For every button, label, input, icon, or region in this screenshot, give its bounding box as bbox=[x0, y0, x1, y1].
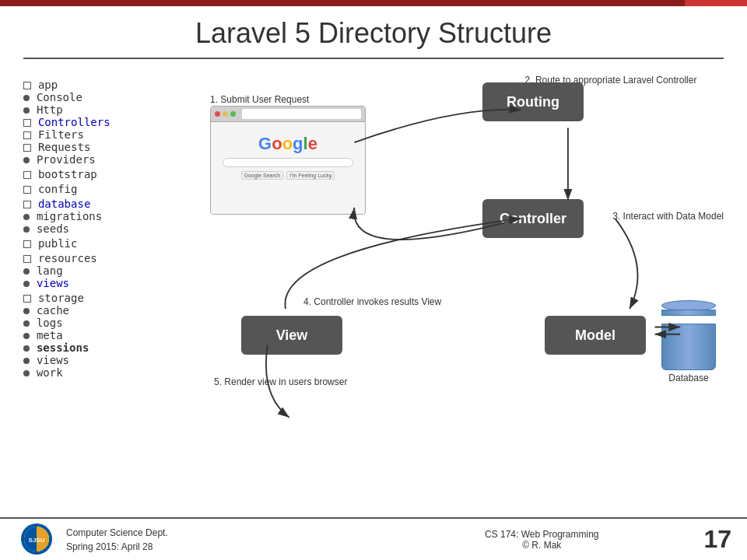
item-label: storage bbox=[38, 292, 84, 304]
footer-author: © R. Mak bbox=[384, 540, 701, 551]
folder-icon bbox=[23, 240, 31, 248]
directory-list: app Console Http Controllers bbox=[23, 75, 195, 464]
item-label: Controllers bbox=[38, 116, 110, 128]
list-item: work bbox=[23, 366, 195, 379]
file-icon bbox=[23, 268, 30, 275]
folder-icon bbox=[23, 171, 31, 179]
routing-label: Routing bbox=[507, 94, 559, 110]
folder-icon bbox=[23, 82, 31, 89]
item-label: Console bbox=[37, 91, 82, 103]
folder-icon bbox=[23, 201, 31, 208]
folder-icon bbox=[23, 255, 31, 263]
browser-min-dot bbox=[223, 111, 228, 117]
controller-label: Controller bbox=[500, 211, 566, 227]
item-label: config bbox=[38, 183, 78, 195]
browser-max-dot bbox=[230, 111, 236, 117]
browser-search-bar bbox=[223, 158, 353, 167]
diagram-area: Google Google Search I'm Feeling Lucky 1… bbox=[202, 75, 724, 464]
item-label: migrations bbox=[37, 210, 102, 222]
controller-box: Controller bbox=[482, 199, 584, 238]
footer-center: CS 174: Web Programming © R. Mak bbox=[384, 529, 701, 551]
top-accent-right bbox=[685, 0, 747, 6]
file-icon bbox=[23, 333, 30, 339]
footer-date: Spring 2015: April 28 bbox=[66, 540, 384, 554]
browser-mockup: Google Google Search I'm Feeling Lucky bbox=[210, 106, 366, 215]
svg-text:SJSU: SJSU bbox=[29, 537, 45, 544]
list-item: cache bbox=[23, 304, 195, 317]
view-label: View bbox=[276, 327, 308, 344]
list-item: storage cache logs meta bbox=[23, 292, 195, 379]
item-label: Http bbox=[37, 103, 63, 116]
browser-url-bar bbox=[242, 109, 361, 119]
item-label: Filters bbox=[38, 128, 84, 141]
footer-dept: Computer Science Dept. bbox=[66, 526, 384, 540]
file-icon bbox=[23, 214, 30, 220]
footer-left: Computer Science Dept. Spring 2015: Apri… bbox=[66, 526, 384, 554]
file-icon bbox=[23, 281, 30, 287]
list-item: Http Controllers Filters bbox=[23, 103, 195, 153]
list-item: Filters bbox=[23, 128, 195, 141]
folder-icon bbox=[23, 131, 31, 139]
item-label: work bbox=[37, 366, 63, 379]
folder-icon bbox=[23, 186, 31, 194]
list-item: config bbox=[23, 183, 195, 195]
item-label: Requests bbox=[38, 141, 90, 153]
divider bbox=[23, 58, 724, 59]
file-icon bbox=[23, 95, 30, 101]
model-box: Model bbox=[545, 316, 646, 355]
item-label: lang bbox=[37, 264, 63, 277]
file-icon bbox=[23, 370, 30, 376]
list-item: Requests bbox=[23, 141, 195, 153]
item-label: Providers bbox=[37, 153, 96, 166]
routing-box: Routing bbox=[482, 82, 584, 121]
label-interact: 3. Interact with Data Model bbox=[612, 211, 724, 222]
footer-course: CS 174: Web Programming bbox=[384, 529, 701, 540]
list-item: app Console Http Controllers bbox=[23, 79, 195, 166]
google-search-btn: Google Search bbox=[241, 171, 284, 180]
list-item: Console bbox=[23, 91, 195, 103]
item-label: cache bbox=[37, 304, 69, 317]
item-label: public bbox=[38, 237, 78, 250]
list-item: resources lang views bbox=[23, 252, 195, 289]
footer-page-number: 17 bbox=[700, 525, 731, 554]
db-middle bbox=[661, 310, 716, 316]
folder-icon bbox=[23, 295, 31, 303]
item-label: meta bbox=[37, 329, 63, 341]
main-content: app Console Http Controllers bbox=[0, 67, 747, 464]
browser-content: Google Google Search I'm Feeling Lucky bbox=[211, 122, 365, 215]
list-item: logs bbox=[23, 317, 195, 329]
sjsu-logo: SJSU bbox=[16, 522, 58, 557]
file-icon bbox=[23, 226, 30, 233]
list-item: sessions bbox=[23, 341, 195, 354]
browser-close-dot bbox=[215, 111, 220, 117]
db-label: Database bbox=[661, 373, 716, 383]
list-item: Providers bbox=[23, 153, 195, 166]
browser-toolbar bbox=[211, 107, 365, 122]
google-logo: Google bbox=[215, 134, 361, 154]
browser-buttons: Google Search I'm Feeling Lucky bbox=[215, 171, 361, 180]
label-submit: 1. Submit User Request bbox=[210, 94, 309, 105]
model-label: Model bbox=[575, 327, 615, 344]
page-title: Laravel 5 Directory Structure bbox=[0, 0, 747, 58]
list-item: seeds bbox=[23, 222, 195, 235]
file-icon bbox=[23, 358, 30, 364]
file-icon bbox=[23, 157, 30, 163]
item-label: logs bbox=[37, 317, 63, 329]
list-item: Controllers bbox=[23, 116, 195, 128]
item-label: sessions bbox=[37, 341, 89, 354]
view-box: View bbox=[241, 316, 342, 355]
folder-icon bbox=[23, 119, 31, 127]
file-icon bbox=[23, 345, 30, 352]
list-item: database migrations seeds bbox=[23, 198, 195, 235]
item-label: resources bbox=[38, 252, 97, 264]
list-item: migrations bbox=[23, 210, 195, 222]
footer: SJSU Computer Science Dept. Spring 2015:… bbox=[0, 517, 747, 560]
item-label: database bbox=[38, 198, 90, 210]
list-item: meta bbox=[23, 329, 195, 341]
file-icon bbox=[23, 320, 30, 327]
list-item: public bbox=[23, 237, 195, 250]
label-render: 5. Render view in users browser bbox=[214, 376, 347, 387]
list-item: views bbox=[23, 277, 195, 289]
file-icon bbox=[23, 308, 30, 314]
item-label: seeds bbox=[37, 222, 69, 235]
